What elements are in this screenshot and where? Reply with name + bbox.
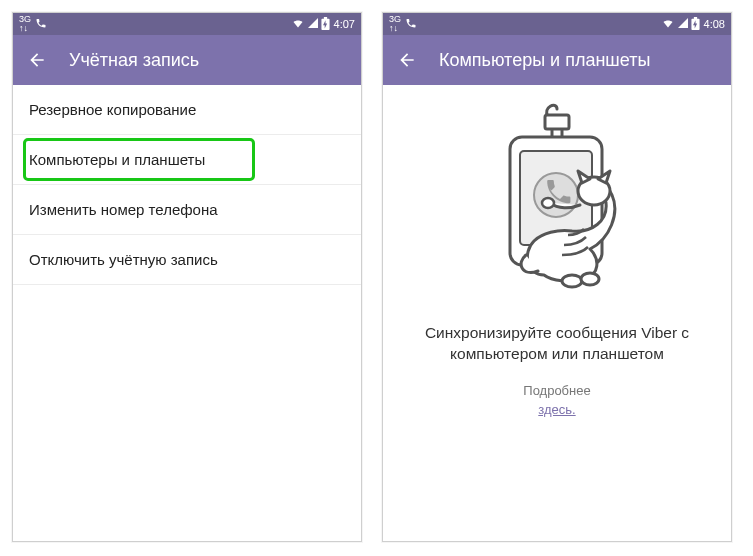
phone-icon [405, 17, 417, 31]
more-info-link[interactable]: здесь. [538, 402, 575, 417]
status-left: 3G↑↓ [19, 15, 47, 33]
svg-point-6 [534, 173, 578, 217]
app-bar-title: Учётная запись [69, 50, 199, 71]
sync-illustration-icon [472, 103, 642, 303]
phone-right: 3G↑↓ 4:08 Компьютеры и планшеты [382, 12, 732, 542]
phone-left: 3G↑↓ 4:07 Учётная запись Резервное копир… [12, 12, 362, 542]
settings-list: Резервное копирование Компьютеры и планш… [13, 85, 361, 541]
app-bar-title: Компьютеры и планшеты [439, 50, 650, 71]
status-bar: 3G↑↓ 4:08 [383, 13, 731, 35]
more-info-label: Подробнее [523, 383, 590, 398]
list-item-computers-tablets[interactable]: Компьютеры и планшеты [13, 135, 361, 185]
list-item-label: Резервное копирование [29, 101, 196, 118]
list-item-label: Отключить учётную запись [29, 251, 218, 268]
status-time: 4:07 [334, 18, 355, 30]
status-left: 3G↑↓ [389, 15, 417, 33]
wifi-icon [661, 17, 675, 31]
signal-icon [677, 17, 689, 31]
status-bar: 3G↑↓ 4:07 [13, 13, 361, 35]
network-indicator-icon: 3G↑↓ [389, 15, 401, 33]
status-time: 4:08 [704, 18, 725, 30]
app-bar: Учётная запись [13, 35, 361, 85]
app-bar: Компьютеры и планшеты [383, 35, 731, 85]
battery-icon [691, 17, 700, 32]
status-right: 4:08 [661, 17, 725, 32]
battery-icon [321, 17, 330, 32]
wifi-icon [291, 17, 305, 31]
more-info: Подробнее здесь. [523, 381, 590, 420]
sync-screen-content: Синхронизируйте сообщения Viber с компью… [383, 85, 731, 541]
svg-rect-0 [545, 115, 569, 129]
list-item-backup[interactable]: Резервное копирование [13, 85, 361, 135]
sync-message: Синхронизируйте сообщения Viber с компью… [409, 323, 705, 365]
back-icon[interactable] [397, 50, 417, 70]
list-item-change-number[interactable]: Изменить номер телефона [13, 185, 361, 235]
network-indicator-icon: 3G↑↓ [19, 15, 31, 33]
svg-point-8 [542, 198, 554, 208]
back-icon[interactable] [27, 50, 47, 70]
list-item-label: Компьютеры и планшеты [29, 151, 205, 168]
status-right: 4:07 [291, 17, 355, 32]
list-item-deactivate-account[interactable]: Отключить учётную запись [13, 235, 361, 285]
list-item-label: Изменить номер телефона [29, 201, 218, 218]
svg-point-9 [562, 275, 582, 287]
svg-point-10 [581, 273, 599, 285]
signal-icon [307, 17, 319, 31]
phone-icon [35, 17, 47, 31]
